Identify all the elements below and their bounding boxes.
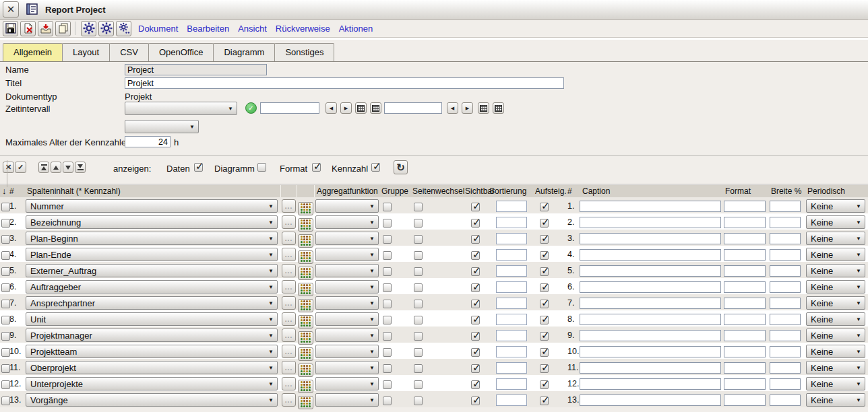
caption-input[interactable] — [580, 233, 721, 244]
row-select-checkbox[interactable] — [1, 364, 10, 373]
format-input[interactable] — [724, 249, 766, 261]
menu-item-aktionen[interactable]: Aktionen — [339, 24, 373, 34]
format-input[interactable] — [724, 346, 766, 357]
sichtbar-checkbox[interactable] — [471, 300, 480, 308]
color-grid-button[interactable] — [298, 396, 313, 409]
breite-input[interactable] — [770, 249, 801, 261]
caption-input[interactable] — [580, 362, 721, 374]
seitenwechsel-checkbox[interactable] — [414, 316, 423, 324]
aufsteig-checkbox[interactable] — [540, 235, 549, 244]
close-button[interactable]: ✕ — [3, 1, 19, 18]
periodisch-select[interactable]: Keine — [806, 232, 865, 245]
move-to-top-button[interactable] — [38, 162, 49, 173]
periodisch-select[interactable]: Keine — [806, 248, 865, 261]
seitenwechsel-checkbox[interactable] — [414, 267, 423, 276]
titel-input[interactable] — [125, 77, 564, 89]
seitenwechsel-checkbox[interactable] — [414, 300, 423, 308]
move-up-button[interactable] — [51, 162, 61, 173]
caption-input[interactable] — [580, 314, 721, 325]
breite-input[interactable] — [770, 314, 801, 325]
periodisch-select[interactable]: Keine — [806, 377, 865, 390]
aufsteig-checkbox[interactable] — [540, 348, 549, 357]
aggregatfunktion-select[interactable] — [315, 232, 379, 245]
gruppe-checkbox[interactable] — [383, 251, 392, 260]
gruppe-checkbox[interactable] — [383, 300, 392, 308]
caption-input[interactable] — [580, 330, 721, 341]
gruppe-checkbox[interactable] — [383, 316, 392, 324]
menu-item-rueckverweise[interactable]: Rückverweise — [276, 24, 330, 34]
sortierung-input[interactable] — [496, 298, 527, 309]
next-interval-button-1[interactable]: ▶ — [340, 102, 352, 114]
periodisch-select[interactable]: Keine — [806, 393, 865, 407]
save-button[interactable] — [3, 21, 18, 36]
diagramm-checkbox[interactable] — [257, 163, 266, 172]
seitenwechsel-checkbox[interactable] — [414, 380, 423, 389]
row-select-checkbox[interactable] — [1, 397, 10, 405]
row-select-checkbox[interactable] — [1, 251, 10, 260]
zeitintervall-to-input[interactable] — [384, 102, 442, 114]
breite-input[interactable] — [770, 201, 801, 212]
gruppe-checkbox[interactable] — [383, 267, 392, 276]
aufsteig-checkbox[interactable] — [540, 397, 549, 405]
aggregatfunktion-select[interactable] — [315, 377, 379, 390]
aggregatfunktion-select[interactable] — [315, 199, 379, 213]
gruppe-checkbox[interactable] — [383, 348, 392, 357]
sichtbar-checkbox[interactable] — [471, 251, 480, 260]
row-select-checkbox[interactable] — [1, 219, 10, 228]
calendar-button-2[interactable] — [370, 102, 381, 114]
format-input[interactable] — [724, 281, 766, 293]
format-input[interactable] — [724, 217, 766, 228]
ellipsis-button[interactable]: ... — [282, 361, 296, 374]
aufsteig-checkbox[interactable] — [540, 316, 549, 324]
aufsteig-checkbox[interactable] — [540, 380, 549, 389]
breite-input[interactable] — [770, 394, 801, 406]
deselect-all-button[interactable]: ✕ — [3, 162, 14, 173]
select-all-button[interactable]: ✓ — [15, 162, 26, 173]
format-input[interactable] — [724, 378, 766, 390]
caption-input[interactable] — [580, 281, 721, 293]
periodisch-select[interactable]: Keine — [806, 280, 865, 294]
breite-input[interactable] — [770, 346, 801, 357]
prev-interval-button-1[interactable]: ◀ — [326, 102, 337, 114]
prev-interval-button-2[interactable]: ◀ — [447, 102, 458, 114]
breite-input[interactable] — [770, 217, 801, 228]
aggregatfunktion-select[interactable] — [315, 215, 379, 229]
periodisch-select[interactable]: Keine — [806, 199, 865, 213]
sortierung-input[interactable] — [496, 378, 527, 390]
zeitintervall-select[interactable] — [125, 102, 237, 115]
spalteninhalt-select[interactable]: Oberprojekt — [26, 361, 278, 374]
format-input[interactable] — [724, 394, 766, 406]
ellipsis-button[interactable]: ... — [282, 312, 296, 326]
sichtbar-checkbox[interactable] — [471, 267, 480, 276]
aufsteig-checkbox[interactable] — [540, 283, 549, 292]
aggregatfunktion-select[interactable] — [315, 312, 379, 326]
sortierung-input[interactable] — [496, 394, 527, 406]
periodisch-select[interactable]: Keine — [806, 264, 865, 277]
sortierung-input[interactable] — [496, 346, 527, 357]
sortierung-input[interactable] — [496, 281, 527, 293]
ellipsis-button[interactable]: ... — [282, 345, 296, 358]
spalteninhalt-select[interactable]: Plan-Beginn — [26, 232, 278, 245]
tab-openoffice[interactable]: OpenOffice — [148, 43, 214, 61]
format-input[interactable] — [724, 201, 766, 212]
tab-csv[interactable]: CSV — [109, 43, 149, 61]
copy-button[interactable] — [55, 21, 71, 36]
seitenwechsel-checkbox[interactable] — [414, 283, 423, 292]
calendar-button-1[interactable] — [355, 102, 367, 114]
format-input[interactable] — [724, 362, 766, 374]
format-input[interactable] — [724, 314, 766, 325]
ellipsis-button[interactable]: ... — [282, 377, 296, 390]
name-input[interactable] — [125, 64, 267, 75]
aufsteig-checkbox[interactable] — [540, 267, 549, 276]
aggregatfunktion-select[interactable] — [315, 280, 379, 294]
breite-input[interactable] — [770, 233, 801, 244]
spalteninhalt-select[interactable]: Plan-Ende — [26, 248, 278, 261]
spalteninhalt-select[interactable]: Unterprojekte — [26, 377, 278, 390]
breite-input[interactable] — [770, 265, 801, 277]
seitenwechsel-checkbox[interactable] — [414, 348, 423, 357]
row-select-checkbox[interactable] — [1, 300, 10, 308]
sortierung-input[interactable] — [496, 233, 527, 244]
sichtbar-checkbox[interactable] — [471, 397, 480, 405]
breite-input[interactable] — [770, 298, 801, 309]
row-select-checkbox[interactable] — [1, 380, 10, 389]
